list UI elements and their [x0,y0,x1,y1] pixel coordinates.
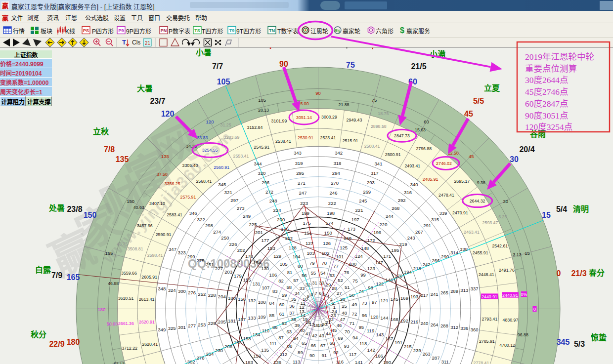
svg-text:重要点位测算: 重要点位测算 [525,62,577,74]
svg-text:30度2644点: 30度2644点 [525,73,569,85]
svg-text:120度3254点: 120度3254点 [525,120,572,132]
svg-text:2019年江恩轮中轮: 2019年江恩轮中轮 [525,50,594,62]
svg-text:60度2847点: 60度2847点 [525,97,569,109]
svg-text:90度3051点: 90度3051点 [525,109,569,121]
svg-text:45度2746点: 45度2746点 [525,85,569,97]
